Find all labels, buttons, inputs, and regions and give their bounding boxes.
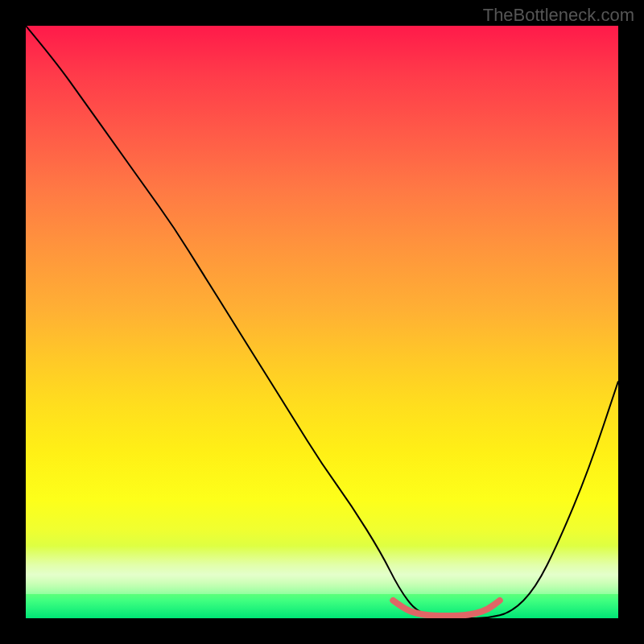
curve-svg xyxy=(26,26,618,618)
watermark-text: TheBottleneck.com xyxy=(483,5,634,26)
curve-path xyxy=(26,26,618,618)
chart-plot-area xyxy=(26,26,618,618)
